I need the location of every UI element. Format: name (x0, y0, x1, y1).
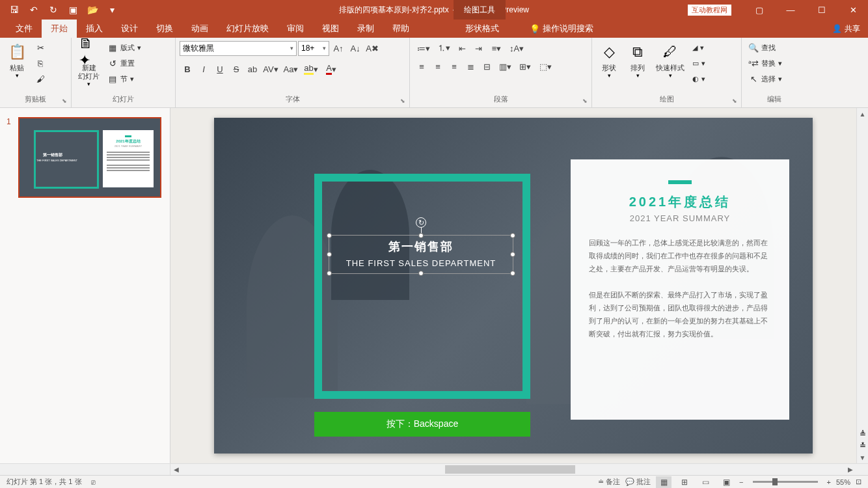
tell-me[interactable]: 💡 操作说明搜索 (521, 20, 603, 38)
shapes-button[interactable]: ◇形状▾ (596, 40, 622, 94)
bold-button[interactable]: B (180, 61, 195, 77)
fit-to-window-icon[interactable]: ⊡ (856, 478, 861, 486)
rotation-handle-icon[interactable]: ↻ (416, 217, 426, 228)
text-direction-button[interactable]: ↕A▾ (507, 40, 526, 56)
resize-handle[interactable] (510, 252, 515, 257)
qat-customize-icon[interactable]: ▾ (103, 2, 121, 18)
tab-view[interactable]: 视图 (313, 20, 348, 38)
tab-review[interactable]: 审阅 (278, 20, 313, 38)
find-button[interactable]: 🔍查找 (746, 40, 803, 55)
char-spacing-button[interactable]: AV▾ (261, 61, 280, 77)
resize-handle[interactable] (327, 252, 332, 257)
slide-canvas[interactable]: 第一销售部 THE FIRST SALES DEPARTMENT ↻ 2021年… (170, 108, 856, 463)
maximize-icon[interactable]: ☐ (807, 0, 837, 20)
select-button[interactable]: ↖选择 ▾ (746, 72, 803, 86)
ribbon-options-icon[interactable]: ▢ (744, 0, 774, 20)
tab-animations[interactable]: 动画 (182, 20, 217, 38)
spellcheck-icon[interactable]: ⎚ (91, 478, 96, 486)
slide-thumbnails-pane[interactable]: 1 2021年度总结 2021 YEAR SUMMARY 第一销售部 THE F… (0, 108, 170, 463)
align-text-button[interactable]: ⊞▾ (515, 59, 535, 74)
resize-handle[interactable] (418, 233, 424, 238)
justify-icon[interactable]: ≣ (463, 59, 478, 74)
scroll-thumb[interactable] (445, 465, 575, 474)
tab-help[interactable]: 帮助 (383, 20, 418, 38)
selection-box[interactable]: ↻ (329, 235, 513, 274)
tab-transitions[interactable]: 切换 (147, 20, 182, 38)
vertical-scrollbar[interactable]: ▲ ≜ ≛ ▼ (856, 108, 868, 463)
resize-handle[interactable] (510, 271, 515, 276)
next-slide-icon[interactable]: ≛ (857, 440, 868, 452)
redo-icon[interactable]: ↻ (44, 2, 62, 18)
cut-button[interactable]: ✂ (33, 40, 48, 55)
resize-handle[interactable] (327, 271, 332, 276)
minimize-icon[interactable]: — (776, 0, 806, 20)
distribute-icon[interactable]: ⊟ (479, 59, 495, 74)
tab-format[interactable]: 形状格式 (454, 20, 511, 38)
scroll-up-icon[interactable]: ▲ (857, 108, 868, 120)
save-icon[interactable]: 🖫 (5, 2, 23, 18)
arrange-button[interactable]: ⧉排列▾ (625, 40, 651, 94)
new-slide-button[interactable]: 🗎✦ 新建 幻灯片 ▾ (75, 40, 102, 94)
zoom-out-button[interactable]: − (739, 478, 743, 486)
smartart-button[interactable]: ⬚▾ (536, 59, 555, 74)
quick-styles-button[interactable]: 🖊快速样式▾ (653, 40, 687, 94)
share-button[interactable]: 👤 共享 (832, 23, 860, 34)
font-size-combo[interactable]: 18+▾ (298, 41, 329, 56)
zoom-slider[interactable] (753, 481, 818, 483)
paste-button[interactable]: 📋 粘贴 ▾ (4, 40, 30, 94)
bullets-button[interactable]: ≔▾ (414, 40, 433, 56)
shape-fill-button[interactable]: ◢▾ (690, 40, 708, 55)
font-launcher-icon[interactable]: ⬊ (398, 96, 407, 105)
scroll-right-icon[interactable]: ▶ (845, 464, 856, 475)
copy-button[interactable]: ⎘ (33, 56, 48, 70)
font-name-combo[interactable]: 微软雅黑▾ (180, 41, 297, 56)
shape-effects-button[interactable]: ◐▾ (690, 72, 708, 86)
undo-icon[interactable]: ↶ (25, 2, 43, 18)
shape-outline-button[interactable]: ▭▾ (690, 56, 708, 70)
zoom-in-button[interactable]: + (827, 478, 831, 486)
tab-file[interactable]: 文件 (7, 20, 42, 38)
resize-handle[interactable] (510, 233, 515, 238)
reset-button[interactable]: ↺重置 (105, 56, 144, 70)
layout-button[interactable]: ▦版式 ▾ (105, 40, 144, 55)
section-button[interactable]: ▤节 ▾ (105, 72, 144, 86)
slide-counter[interactable]: 幻灯片 第 1 张，共 1 张 (7, 477, 82, 487)
increase-indent-icon[interactable]: ⇥ (470, 40, 486, 56)
sorter-view-icon[interactable]: ⊞ (677, 476, 692, 488)
shadow-button[interactable]: ab (245, 61, 260, 77)
align-center-icon[interactable]: ≡ (430, 59, 446, 74)
start-from-beginning-icon[interactable]: ▣ (64, 2, 82, 18)
drawing-launcher-icon[interactable]: ⬊ (730, 96, 739, 105)
zoom-level[interactable]: 55% (836, 478, 850, 486)
scroll-down-icon[interactable]: ▼ (857, 452, 868, 463)
summary-card[interactable]: 2021年度总结 2021 YEAR SUMMARY 回顾这一年的工作，总体上感… (571, 159, 789, 420)
reading-view-icon[interactable]: ▭ (698, 476, 713, 488)
align-left-icon[interactable]: ≡ (414, 59, 429, 74)
format-painter-button[interactable]: 🖌 (33, 72, 48, 86)
replace-button[interactable]: ᵃ⇄替换 ▾ (746, 56, 803, 70)
tab-slideshow[interactable]: 幻灯片放映 (217, 20, 278, 38)
underline-button[interactable]: U (212, 61, 228, 77)
open-icon[interactable]: 📂 (83, 2, 102, 18)
thumbnail-1[interactable]: 1 2021年度总结 2021 YEAR SUMMARY 第一销售部 THE F… (7, 117, 163, 198)
tab-design[interactable]: 设计 (112, 20, 147, 38)
tab-record[interactable]: 录制 (348, 20, 383, 38)
columns-button[interactable]: ▥▾ (495, 59, 515, 74)
slideshow-view-icon[interactable]: ▣ (718, 476, 734, 488)
increase-font-icon[interactable]: A↑ (331, 40, 346, 56)
resize-handle[interactable] (418, 271, 424, 276)
green-frame-shape[interactable] (314, 174, 530, 399)
paragraph-launcher-icon[interactable]: ⬊ (580, 96, 590, 105)
clipboard-launcher-icon[interactable]: ⬊ (60, 96, 69, 105)
highlight-button[interactable]: ab▾ (301, 61, 321, 77)
scroll-left-icon[interactable]: ◀ (170, 464, 182, 475)
tab-home[interactable]: 开始 (42, 20, 77, 38)
notes-button[interactable]: ≐ 备注 (598, 477, 620, 487)
line-spacing-button[interactable]: ≡▾ (487, 40, 506, 56)
close-icon[interactable]: ✕ (838, 0, 868, 20)
prev-slide-icon[interactable]: ≜ (857, 428, 868, 440)
change-case-button[interactable]: Aa▾ (281, 61, 301, 77)
strikethrough-button[interactable]: S (228, 61, 244, 77)
italic-button[interactable]: I (196, 61, 211, 77)
decrease-font-icon[interactable]: A↓ (347, 40, 363, 56)
